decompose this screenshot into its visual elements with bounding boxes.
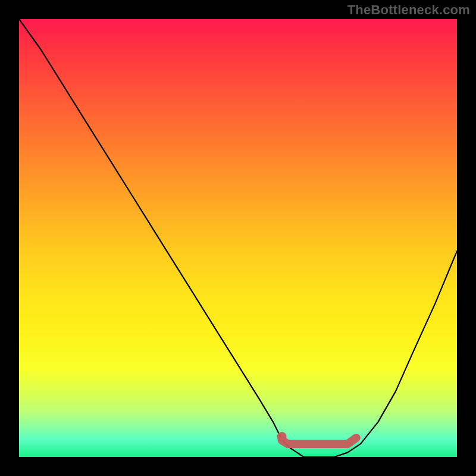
chart-frame: TheBottleneck.com xyxy=(0,0,476,476)
optimal-point-dot xyxy=(277,432,287,441)
watermark-text: TheBottleneck.com xyxy=(347,2,470,18)
bottleneck-curve xyxy=(19,19,457,457)
chart-svg xyxy=(19,19,457,457)
plot-area xyxy=(19,19,457,457)
optimal-range-marker xyxy=(282,438,356,444)
